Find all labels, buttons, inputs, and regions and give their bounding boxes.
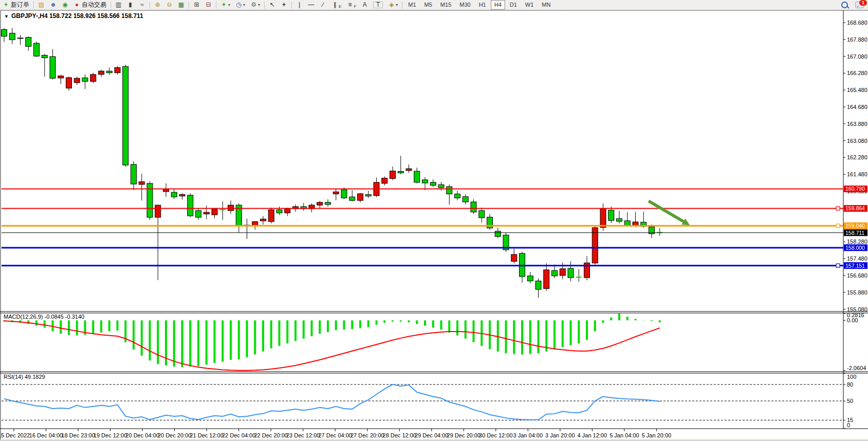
templates-icon[interactable]: ⊟: [202, 0, 214, 10]
timeframe-w1[interactable]: W1: [522, 0, 538, 10]
svg-text:158.711: 158.711: [845, 230, 864, 236]
indicators-window-icon[interactable]: ⊞: [191, 0, 202, 10]
periods-clock-icon[interactable]: ◷▾: [233, 0, 248, 10]
bar-chart-icon[interactable]: ▥: [113, 0, 124, 10]
add-indicator-icon-caret: ▾: [228, 3, 230, 7]
svg-text:15 Dec 2022: 15 Dec 2022: [0, 432, 30, 438]
new-order-button-glyph: +: [3, 1, 9, 9]
rsi-indicator-label: RSI(14) 49.1829: [4, 374, 45, 380]
text-label-icon[interactable]: T: [371, 0, 385, 10]
charts-window-icon-glyph: ▤: [38, 1, 45, 9]
channel-icon-glyph: ∥: [331, 1, 338, 9]
trendline-icon-glyph: ∕: [320, 1, 326, 9]
svg-text:159.864: 159.864: [845, 205, 865, 211]
trendline-icon[interactable]: ∕: [317, 0, 329, 10]
chat-icon[interactable]: 1: [855, 2, 864, 8]
line-chart-icon-glyph: ≈: [139, 1, 145, 9]
horizontal-levels[interactable]: 160.790159.864159.040158.711158.000157.1…: [2, 186, 867, 269]
chart-collapse-icon[interactable]: ▼: [4, 14, 9, 19]
periods-clock-icon-glyph: ◷: [235, 1, 242, 9]
svg-text:155.880: 155.880: [847, 289, 867, 296]
crosshair-icon[interactable]: +: [278, 0, 290, 10]
svg-text:0: 0: [847, 422, 850, 428]
channel-icon[interactable]: ∥E: [329, 0, 344, 10]
timeframe-h1[interactable]: H1: [475, 0, 490, 10]
timeframe-m1[interactable]: M1: [404, 0, 419, 10]
svg-text:29 Dec 20:00: 29 Dec 20:00: [447, 432, 481, 438]
sep-7: [291, 2, 292, 9]
tile-windows-icon-glyph: ▦: [178, 1, 184, 9]
macd-pane: 0.28160.00-2.0604: [4, 312, 866, 371]
new-order-button[interactable]: +新订单: [0, 0, 32, 10]
svg-text:29 Dec 04:00: 29 Dec 04:00: [415, 432, 448, 438]
search-icon[interactable]: [841, 2, 848, 8]
svg-text:164.680: 164.680: [847, 104, 867, 110]
arrows-icon-caret: ▾: [396, 3, 398, 7]
level-handle-159.864[interactable]: [836, 207, 840, 210]
tile-windows-icon[interactable]: ▦: [175, 0, 187, 10]
profile-icon-glyph: ☻: [50, 1, 57, 9]
channel-icon-sub: E: [339, 4, 341, 9]
timeframe-mn[interactable]: MN: [538, 0, 554, 10]
add-indicator-icon-glyph: +: [220, 1, 227, 9]
arrows-icon[interactable]: ◈▾: [385, 0, 400, 10]
svg-text:4 Jan 12:00: 4 Jan 12:00: [578, 432, 607, 438]
timeframe-m15[interactable]: M15: [437, 0, 455, 10]
candlestick-chart-icon-glyph: ▮: [127, 1, 134, 9]
svg-text:80: 80: [847, 381, 853, 388]
text-label-icon-glyph: T: [373, 2, 383, 8]
crosshair-icon-glyph: +: [281, 1, 287, 9]
svg-text:161.480: 161.480: [847, 171, 867, 177]
zoom-out-icon-glyph: ⊖: [166, 1, 173, 9]
sep-1: [33, 2, 34, 9]
svg-text:3 Jan 20:00: 3 Jan 20:00: [545, 432, 575, 438]
svg-text:168.680: 168.680: [847, 20, 867, 26]
timeframe-d1[interactable]: D1: [506, 0, 521, 10]
timeframe-h4[interactable]: H4: [491, 0, 505, 10]
svg-text:5 Jan 04:00: 5 Jan 04:00: [610, 432, 639, 438]
annotation-arrow-down[interactable]: [649, 201, 690, 225]
signals-icon-glyph: ◉: [62, 1, 68, 9]
text-icon[interactable]: A: [359, 0, 371, 10]
profile-icon[interactable]: ☻: [47, 0, 59, 10]
signals-icon[interactable]: ◉: [59, 0, 71, 10]
zoom-in-icon[interactable]: ⊕: [152, 0, 163, 10]
svg-text:21 Dec 12:00: 21 Dec 12:00: [190, 432, 223, 438]
chart-title[interactable]: ▼GBPJPY-,H4 158.722 158.926 158.566 158.…: [4, 12, 143, 20]
horizontal-line-icon[interactable]: —: [305, 0, 317, 10]
new-order-button-label: 新订单: [11, 1, 29, 9]
time-axis[interactable]: 15 Dec 202216 Dec 04:0018 Dec 23:0019 De…: [0, 429, 671, 438]
svg-text:157.151: 157.151: [845, 263, 865, 269]
vertical-line-icon-glyph: |: [296, 1, 303, 9]
svg-text:166.280: 166.280: [847, 70, 867, 76]
mt4-terminal: +新订单▤☻◉●自动交易▥▮≈⊕⊖▦⊞⊟+▾◷▾⚙▾↖+|—∕∥E≡FAT◈▾M…: [0, 0, 868, 441]
fibonacci-icon[interactable]: ≡F: [344, 0, 359, 10]
svg-text:27 Dec 20:00: 27 Dec 20:00: [350, 432, 384, 438]
svg-text:5 Jan 20:00: 5 Jan 20:00: [642, 432, 672, 438]
fibonacci-icon-glyph: ≡: [346, 1, 353, 9]
sep-3: [150, 2, 150, 9]
sep-5: [216, 2, 216, 9]
candlestick-chart-icon[interactable]: ▮: [124, 0, 136, 10]
svg-text:20 Dec 20:00: 20 Dec 20:00: [158, 432, 191, 438]
charts-window-icon[interactable]: ▤: [35, 0, 47, 10]
chart-canvas[interactable]: 168.680167.880167.080166.280165.480164.6…: [0, 0, 868, 441]
svg-text:27 Dec 04:00: 27 Dec 04:00: [318, 432, 352, 438]
svg-text:0.00: 0.00: [847, 317, 858, 323]
timeframe-m30[interactable]: M30: [456, 0, 474, 10]
chart-properties-icon[interactable]: ⚙▾: [248, 0, 263, 10]
svg-text:30 Dec 12:00: 30 Dec 12:00: [479, 432, 512, 438]
timeframe-m5[interactable]: M5: [421, 0, 436, 10]
autotrade-button[interactable]: ●自动交易: [71, 0, 109, 10]
line-chart-icon[interactable]: ≈: [136, 0, 148, 10]
add-indicator-icon[interactable]: +▾: [218, 0, 233, 10]
svg-text:157.480: 157.480: [847, 255, 867, 262]
level-handle-157.151[interactable]: [836, 264, 840, 267]
main-toolbar: +新订单▤☻◉●自动交易▥▮≈⊕⊖▦⊞⊟+▾◷▾⚙▾↖+|—∕∥E≡FAT◈▾M…: [0, 0, 868, 10]
zoom-out-icon[interactable]: ⊖: [163, 0, 175, 10]
level-handle-159.040[interactable]: [836, 224, 840, 228]
svg-text:163.880: 163.880: [847, 121, 867, 127]
cursor-icon[interactable]: ↖: [266, 0, 278, 10]
vertical-line-icon[interactable]: |: [293, 0, 305, 10]
chart-properties-icon-glyph: ⚙: [250, 1, 257, 9]
